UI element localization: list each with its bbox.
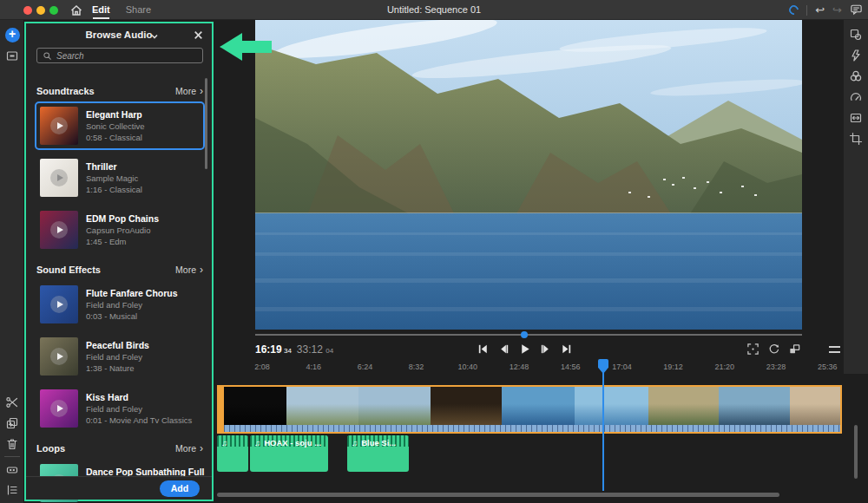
timeline-horizontal-scrollbar[interactable] [217,493,779,497]
speed-icon[interactable] [848,89,864,105]
crop-icon[interactable] [848,131,864,147]
close-icon[interactable] [193,29,205,41]
audio-clip[interactable]: ♫HOAX - soju ... [250,435,328,472]
track-artist: Sonic Collective [86,121,145,131]
track-thumbnail [40,107,78,145]
track-artist: Capsun ProAudio [86,225,159,235]
coastline-video-frame [255,14,802,330]
ruler-tick-label: 17:04 [612,363,632,371]
track-thumbnail [40,211,78,249]
preview-scrubber[interactable] [255,330,802,339]
skip-end-icon[interactable] [559,342,573,356]
track-duration-genre: 0:01 - Movie And Tv Classics [86,415,192,425]
search-input[interactable]: Search [36,48,203,63]
add-media-icon[interactable]: + [4,27,20,42]
transport-controls [476,342,573,356]
audio-clip[interactable]: ♫Blue Si... [347,435,409,472]
loop-icon[interactable] [767,343,780,356]
panel-title: Browse Audio [26,29,212,40]
premiere-rush-window: EditShare Untitled: Sequence 01 ↩ ↪ + Br… [0,0,868,503]
track-duration-genre: 1:38 - Nature [86,363,149,373]
ruler-tick-label: 8:32 [409,363,424,371]
video-clip-thumbnail[interactable] [502,387,575,425]
ruler-tick-label: 23:28 [766,363,786,371]
sync-status-icon[interactable] [787,3,800,16]
video-clip-thumbnail[interactable] [224,387,286,425]
audio-clip[interactable]: ♫ [217,435,248,472]
play-icon[interactable] [517,342,531,356]
video-clip-thumbnail[interactable] [286,387,358,425]
track-artist: Field and Foley [86,352,149,362]
graphics-icon[interactable] [848,27,864,42]
fullscreen-icon[interactable] [746,343,760,356]
play-icon[interactable] [50,348,68,365]
video-clip-thumbnail[interactable] [431,387,502,425]
add-button[interactable]: Add [160,480,200,497]
search-placeholder: Search [56,51,84,61]
ruler-tick-label: 21:20 [715,363,735,371]
delete-icon[interactable] [4,436,20,452]
skip-start-icon[interactable] [476,342,490,356]
track-controls-icon[interactable] [4,482,20,498]
feedback-icon[interactable] [850,3,863,17]
video-track-selected-clip[interactable] [217,385,842,434]
play-icon[interactable] [50,296,68,313]
ruler-tick-label: 4:16 [306,363,321,371]
track-thumbnail [40,159,78,197]
video-preview [255,14,802,330]
track-artist: Field and Foley [86,300,178,310]
timecode-display: 16:19 3433:12 04 [255,343,333,356]
play-icon[interactable] [50,117,68,134]
audio-track-item[interactable]: Kiss HardField and Foley0:01 - Movie And… [35,384,205,433]
track-duration-genre: 1:45 - Edm [86,237,159,246]
audio-track-item[interactable]: Peaceful BirdsField and Foley1:38 - Natu… [35,332,205,381]
section-more-link[interactable]: More› [175,264,203,276]
track-thumbnail [40,285,78,323]
video-clip-thumbnail[interactable] [790,387,840,425]
timeline-vertical-scrollbar[interactable] [854,425,858,479]
split-icon[interactable] [4,395,20,410]
duplicate-icon[interactable] [4,415,20,431]
audio-track-item[interactable]: ThrillerSample Magic1:16 - Classical [35,154,205,202]
color-icon[interactable] [848,69,864,84]
effects-icon[interactable] [848,48,864,63]
undo-icon[interactable]: ↩ [815,4,825,16]
audio-track-item[interactable]: Elegant HarpSonic Collective0:58 - Class… [35,101,205,150]
playhead-line[interactable] [602,359,604,491]
ruler-tick-label: 6:24 [358,363,373,371]
divider-icon [4,456,20,457]
video-clip-thumbnail[interactable] [719,387,790,425]
section-more-link[interactable]: More› [175,442,203,454]
ruler-tick-label: 19:12 [663,363,683,371]
track-duration-genre: 0:58 - Classical [86,133,145,142]
video-clip-thumbnail[interactable] [575,387,648,425]
next-frame-icon[interactable] [538,342,552,356]
timeline-options-icon[interactable] [829,346,840,353]
video-clip-audio-waveform [224,425,840,432]
project-panel-icon[interactable] [4,48,20,63]
device-preview-icon[interactable] [788,343,801,356]
scrubber-handle[interactable] [521,331,528,338]
tracks-view-icon[interactable] [4,462,20,478]
track-title: Flute Fanfare Chorus [86,288,178,298]
video-clip-thumbnail[interactable] [648,387,719,425]
play-icon[interactable] [50,169,68,186]
track-artist: Sample Magic [86,173,142,183]
audio-track-item[interactable]: EDM Pop ChainsCapsun ProAudio1:45 - Edm [35,206,205,254]
audio-track-item[interactable]: Flute Fanfare ChorusField and Foley0:03 … [35,280,205,329]
play-icon[interactable] [50,221,68,238]
play-icon[interactable] [50,400,68,417]
track-thumbnail [40,337,78,376]
search-icon [43,51,52,61]
video-clip-thumbnail[interactable] [358,387,431,425]
section-title: Soundtracks [36,86,95,96]
panel-scrollbar[interactable] [205,78,207,169]
section-more-link[interactable]: More› [175,85,203,97]
redo-icon[interactable]: ↪ [832,4,842,16]
pan-zoom-icon[interactable] [848,110,864,126]
track-title: Kiss Hard [86,392,192,402]
prev-frame-icon[interactable] [496,342,510,356]
track-duration-genre: 0:03 - Musical [86,311,178,321]
divider [806,5,807,16]
chevron-down-icon[interactable] [149,29,160,45]
